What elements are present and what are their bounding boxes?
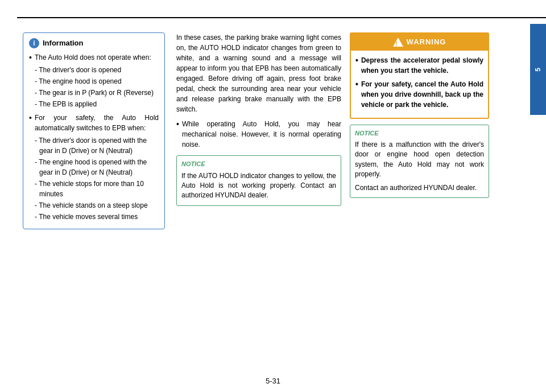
list-item: For your safety, the Auto Hold automatic… — [29, 113, 159, 133]
sub-list-2: The driver's door is opened with the gea… — [29, 135, 159, 222]
list-item: The vehicle moves several times — [35, 212, 159, 222]
right-notice-title: NOTICE — [355, 129, 484, 138]
middle-notice-box: NOTICE If the AUTO HOLD indicator change… — [176, 155, 341, 206]
warning-header-text: WARNING — [407, 36, 446, 48]
warning-header: WARNING — [351, 34, 488, 51]
right-notice-paragraph-1: If there is a malfunction with the drive… — [355, 140, 484, 180]
info-bullet-list: The Auto Hold does not operate when: — [29, 52, 159, 63]
list-item: The EPB is applied — [35, 99, 159, 109]
warning-box: WARNING Depress the accelerator pedal sl… — [350, 32, 489, 119]
warning-bullet-text: Depress the accelerator pedal slowly whe… — [361, 55, 483, 76]
bullet-text: While operating Auto Hold, you may hear … — [182, 119, 341, 150]
list-item: The Auto Hold does not operate when: — [29, 52, 159, 63]
middle-bullet-list: While operating Auto Hold, you may hear … — [176, 119, 341, 150]
right-notice-box: NOTICE If there is a malfunction with th… — [350, 125, 489, 198]
info-box-title: i Information — [29, 38, 159, 49]
bullet-text: The Auto Hold does not operate when: — [35, 52, 151, 63]
page-container: i Information The Auto Hold does not ope… — [0, 0, 546, 392]
warning-bullet-list: Depress the accelerator pedal slowly whe… — [355, 55, 483, 110]
list-item: The engine hood is opened with the gear … — [35, 157, 159, 178]
notice-title: NOTICE — [181, 159, 336, 169]
middle-column: In these cases, the parking brake warnin… — [171, 24, 347, 375]
main-paragraph: In these cases, the parking brake warnin… — [176, 32, 341, 114]
left-column: i Information The Auto Hold does not ope… — [17, 24, 171, 375]
info-title-text: Information — [43, 38, 84, 49]
list-item: The driver's door is opened — [35, 65, 159, 75]
bullet-text: For your safety, the Auto Hold automatic… — [35, 113, 159, 133]
sub-item-text: The driver's door is opened with the gea… — [39, 137, 147, 155]
list-item: The driver's door is opened with the gea… — [35, 135, 159, 156]
page-number: 5-31 — [266, 376, 280, 387]
sub-item-text: The engine hood is opened with the gear … — [39, 158, 147, 176]
warning-body: Depress the accelerator pedal slowly whe… — [351, 55, 488, 110]
side-tab-number: 5 — [533, 67, 543, 72]
warning-bullet-text: For your safety, cancel the Auto Hold wh… — [361, 79, 483, 110]
sub-item-text: The vehicle moves several times — [39, 213, 138, 221]
list-item: The vehicle stops for more than 10 minut… — [35, 179, 159, 199]
side-tab: 5 — [530, 24, 546, 115]
list-item: The vehicle stands on a steep slope — [35, 200, 159, 211]
sub-item-text: The vehicle stands on a steep slope — [39, 201, 147, 209]
sub-item-text: The gear is in P (Park) or R (Reverse) — [39, 89, 154, 97]
sub-item-text: The EPB is applied — [39, 100, 97, 108]
top-border — [17, 17, 546, 18]
sub-item-text: The driver's door is opened — [39, 66, 121, 74]
list-item: Depress the accelerator pedal slowly whe… — [355, 55, 483, 76]
sub-item-text: The engine hood is opened — [39, 77, 121, 85]
info-box: i Information The Auto Hold does not ope… — [23, 32, 165, 229]
right-column: WARNING Depress the accelerator pedal sl… — [347, 24, 495, 375]
main-content: i Information The Auto Hold does not ope… — [17, 24, 546, 375]
info-bullet-list-2: For your safety, the Auto Hold automatic… — [29, 113, 159, 133]
notice-text: If the AUTO HOLD indicator changes to ye… — [181, 171, 336, 201]
list-item: The engine hood is opened — [35, 76, 159, 86]
list-item: While operating Auto Hold, you may hear … — [176, 119, 341, 150]
warning-triangle-icon — [393, 38, 403, 47]
info-icon: i — [29, 38, 39, 48]
list-item: For your safety, cancel the Auto Hold wh… — [355, 79, 483, 110]
list-item: The gear is in P (Park) or R (Reverse) — [35, 88, 159, 98]
sub-list-1: The driver's door is opened The engine h… — [29, 65, 159, 109]
sub-item-text: The vehicle stops for more than 10 minut… — [39, 180, 144, 198]
right-notice-paragraph-2: Contact an authorized HYUNDAI dealer. — [355, 183, 484, 193]
